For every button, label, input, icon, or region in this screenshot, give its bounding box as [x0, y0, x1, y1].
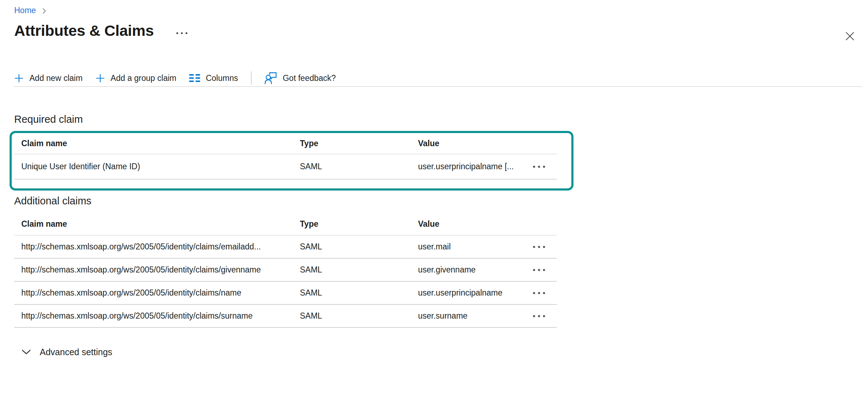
close-pane-button[interactable]: [843, 29, 857, 43]
additional-claims-table: Claim name Type Value http://schemas.xml…: [14, 213, 557, 328]
claim-type-cell: SAML: [300, 242, 418, 252]
ellipsis-icon: [533, 269, 535, 271]
claim-type-cell: SAML: [300, 162, 418, 171]
column-header-value: Value: [418, 219, 532, 229]
table-header-row: Claim name Type Value: [14, 133, 557, 154]
required-claim-rows: Unique User Identifier (Name ID) SAML us…: [14, 154, 557, 180]
plus-icon: [14, 73, 24, 83]
page-title: Attributes & Claims: [14, 22, 154, 39]
claim-value-cell: user.userprincipalname: [418, 288, 532, 298]
chevron-right-icon: [42, 7, 47, 15]
column-header-claim-name: Claim name: [14, 219, 300, 229]
chevron-down-icon: [21, 349, 31, 355]
advanced-settings-label: Advanced settings: [40, 347, 112, 357]
add-new-claim-label: Add new claim: [29, 73, 83, 83]
column-header-type: Type: [300, 219, 418, 229]
table-row[interactable]: http://schemas.xmlsoap.org/ws/2005/05/id…: [14, 236, 557, 259]
column-header-claim-name: Claim name: [14, 139, 300, 148]
row-context-menu-button[interactable]: [532, 163, 546, 171]
table-header-row: Claim name Type Value: [14, 213, 557, 236]
plus-icon: [95, 73, 105, 83]
ellipsis-icon: [533, 292, 535, 294]
add-group-claim-button[interactable]: Add a group claim: [95, 73, 176, 83]
table-row[interactable]: http://schemas.xmlsoap.org/ws/2005/05/id…: [14, 305, 557, 328]
page-header: Attributes & Claims: [14, 22, 189, 39]
command-bar: Add new claim Add a group claim Columns: [14, 70, 336, 86]
required-claim-table: Claim name Type Value Unique User Identi…: [14, 133, 557, 180]
claim-name-cell: http://schemas.xmlsoap.org/ws/2005/05/id…: [14, 242, 300, 252]
claim-value-cell: user.givenname: [418, 265, 532, 275]
claim-value-cell: user.surname: [418, 311, 532, 321]
row-context-menu-button[interactable]: [532, 289, 546, 297]
columns-icon: [189, 74, 200, 82]
column-header-type: Type: [300, 139, 418, 148]
additional-claims-rows: http://schemas.xmlsoap.org/ws/2005/05/id…: [14, 236, 557, 328]
ellipsis-icon: [533, 166, 535, 168]
toolbar-separator: [251, 71, 252, 85]
claim-name-cell: Unique User Identifier (Name ID): [14, 162, 300, 171]
columns-button[interactable]: Columns: [189, 73, 238, 83]
feedback-person-chat-icon: [264, 71, 277, 85]
add-group-claim-label: Add a group claim: [111, 73, 176, 83]
row-context-menu-button[interactable]: [532, 312, 546, 320]
breadcrumb: Home: [14, 6, 47, 15]
row-context-menu-button[interactable]: [532, 243, 546, 251]
table-row[interactable]: http://schemas.xmlsoap.org/ws/2005/05/id…: [14, 282, 557, 305]
required-claim-heading: Required claim: [14, 114, 83, 125]
add-new-claim-button[interactable]: Add new claim: [14, 73, 83, 83]
row-context-menu-button[interactable]: [532, 266, 546, 274]
close-icon: [844, 31, 856, 42]
toolbar-divider: [14, 86, 862, 87]
claim-type-cell: SAML: [300, 288, 418, 298]
got-feedback-label: Got feedback?: [283, 73, 336, 83]
claim-name-cell: http://schemas.xmlsoap.org/ws/2005/05/id…: [14, 265, 300, 275]
got-feedback-button[interactable]: Got feedback?: [264, 71, 336, 85]
claim-name-cell: http://schemas.xmlsoap.org/ws/2005/05/id…: [14, 288, 300, 298]
claim-value-cell: user.userprincipalname [...: [418, 162, 532, 171]
breadcrumb-home-link[interactable]: Home: [14, 6, 36, 15]
attributes-claims-pane: Home Attributes & Claims Add new claim: [0, 0, 868, 413]
additional-claims-heading: Additional claims: [14, 195, 92, 207]
claim-type-cell: SAML: [300, 311, 418, 321]
title-context-menu-button[interactable]: [174, 30, 189, 36]
ellipsis-icon: [533, 246, 535, 248]
table-row[interactable]: http://schemas.xmlsoap.org/ws/2005/05/id…: [14, 259, 557, 282]
table-row[interactable]: Unique User Identifier (Name ID) SAML us…: [14, 154, 557, 180]
ellipsis-icon: [176, 32, 178, 34]
ellipsis-icon: [533, 315, 535, 317]
advanced-settings-toggle[interactable]: Advanced settings: [21, 347, 112, 357]
claim-value-cell: user.mail: [418, 242, 532, 252]
column-header-value: Value: [418, 139, 532, 148]
columns-label: Columns: [206, 73, 238, 83]
claim-type-cell: SAML: [300, 265, 418, 275]
claim-name-cell: http://schemas.xmlsoap.org/ws/2005/05/id…: [14, 311, 300, 321]
